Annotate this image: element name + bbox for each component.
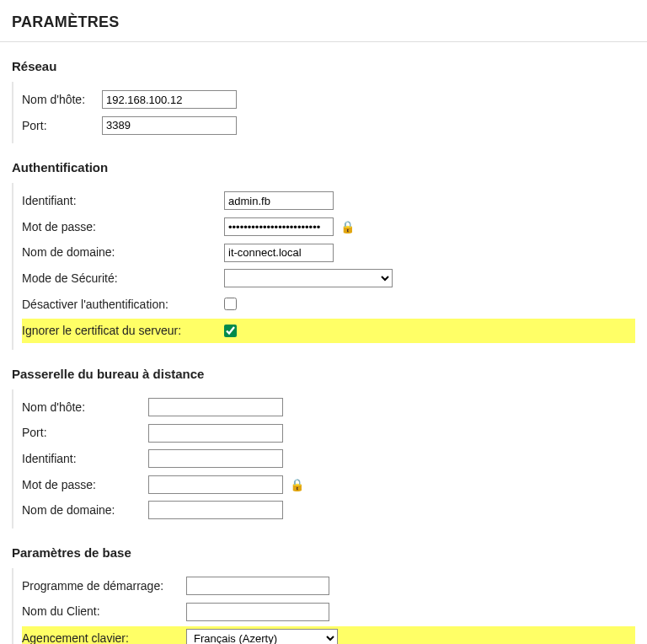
gw-domain-input[interactable] bbox=[148, 501, 283, 519]
reseau-host-label: Nom d'hôte: bbox=[22, 89, 102, 111]
gw-pass-input[interactable] bbox=[148, 475, 283, 494]
section-title-gateway: Passerelle du bureau à distance bbox=[12, 367, 635, 381]
section-gateway: Nom d'hôte: Port: Identifiant: Mot de pa… bbox=[12, 389, 635, 529]
auth-domain-label: Nom de domaine: bbox=[22, 241, 224, 264]
auth-ignorecert-checkbox[interactable] bbox=[224, 325, 237, 337]
auth-pass-input[interactable] bbox=[224, 217, 334, 236]
lock-icon: 🔒 bbox=[290, 474, 304, 496]
auth-domain-input[interactable] bbox=[224, 244, 334, 262]
auth-disable-checkbox[interactable] bbox=[224, 298, 237, 310]
gw-host-label: Nom d'hôte: bbox=[22, 396, 148, 419]
gw-domain-label: Nom de domaine: bbox=[22, 499, 148, 522]
gw-port-input[interactable] bbox=[148, 424, 283, 443]
auth-ignorecert-label: Ignorer le certificat du serveur: bbox=[22, 319, 224, 342]
base-kb-label: Agencement clavier: bbox=[22, 627, 186, 644]
section-auth: Identifiant: Mot de passe: 🔒 Nom de doma… bbox=[12, 183, 635, 350]
base-client-label: Nom du Client: bbox=[22, 600, 186, 623]
auth-pass-label: Mot de passe: bbox=[22, 216, 224, 239]
section-title-auth: Authentification bbox=[12, 160, 635, 174]
gw-host-input[interactable] bbox=[148, 398, 283, 416]
base-startup-label: Programme de démarrage: bbox=[22, 575, 186, 598]
gw-pass-label: Mot de passe: bbox=[22, 474, 148, 496]
gw-user-label: Identifiant: bbox=[22, 448, 148, 470]
section-title-base: Paramètres de base bbox=[12, 545, 635, 560]
reseau-port-input[interactable] bbox=[102, 116, 237, 135]
auth-secmode-select[interactable] bbox=[224, 269, 393, 287]
base-client-input[interactable] bbox=[186, 603, 329, 621]
reseau-port-label: Port: bbox=[22, 115, 102, 137]
section-reseau: Nom d'hôte: Port: bbox=[12, 82, 635, 143]
auth-secmode-label: Mode de Sécurité: bbox=[22, 267, 224, 290]
auth-user-label: Identifiant: bbox=[22, 190, 224, 212]
gw-port-label: Port: bbox=[22, 421, 148, 444]
section-title-reseau: Réseau bbox=[12, 59, 635, 73]
base-kb-select[interactable]: Français (Azerty) bbox=[186, 629, 338, 644]
lock-icon: 🔒 bbox=[340, 216, 355, 239]
auth-disable-label: Désactiver l'authentification: bbox=[22, 293, 224, 316]
page-title: PARAMÈTRES bbox=[0, 0, 647, 42]
gw-user-input[interactable] bbox=[148, 449, 283, 468]
section-base: Programme de démarrage: Nom du Client: A… bbox=[12, 568, 635, 644]
auth-user-input[interactable] bbox=[224, 191, 334, 210]
base-startup-input[interactable] bbox=[186, 577, 329, 595]
reseau-host-input[interactable] bbox=[102, 90, 237, 109]
